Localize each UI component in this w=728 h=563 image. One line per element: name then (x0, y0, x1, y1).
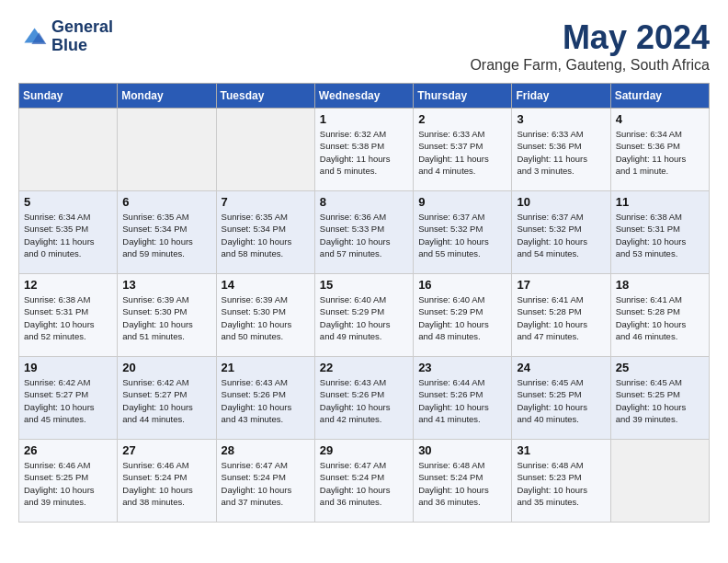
calendar-cell: 13Sunrise: 6:39 AM Sunset: 5:30 PM Dayli… (118, 274, 216, 357)
day-info: Sunrise: 6:33 AM Sunset: 5:37 PM Dayligh… (418, 128, 506, 177)
calendar-cell: 22Sunrise: 6:43 AM Sunset: 5:26 PM Dayli… (314, 357, 413, 440)
day-info: Sunrise: 6:48 AM Sunset: 5:23 PM Dayligh… (517, 459, 605, 508)
calendar-cell: 25Sunrise: 6:45 AM Sunset: 5:25 PM Dayli… (610, 357, 709, 440)
day-number: 26 (24, 443, 112, 457)
day-of-week-header: Wednesday (314, 84, 413, 109)
calendar-cell (610, 440, 709, 523)
day-of-week-header: Sunday (19, 84, 118, 109)
calendar-cell: 29Sunrise: 6:47 AM Sunset: 5:24 PM Dayli… (314, 440, 413, 523)
day-number: 19 (24, 361, 112, 374)
calendar-header-row: SundayMondayTuesdayWednesdayThursdayFrid… (19, 84, 710, 109)
calendar-cell: 5Sunrise: 6:34 AM Sunset: 5:35 PM Daylig… (19, 191, 118, 274)
location-title: Orange Farm, Gauteng, South Africa (470, 57, 710, 74)
day-info: Sunrise: 6:42 AM Sunset: 5:27 PM Dayligh… (24, 376, 112, 425)
calendar-cell: 28Sunrise: 6:47 AM Sunset: 5:24 PM Dayli… (216, 440, 314, 523)
calendar-cell: 6Sunrise: 6:35 AM Sunset: 5:34 PM Daylig… (118, 191, 216, 274)
day-info: Sunrise: 6:39 AM Sunset: 5:30 PM Dayligh… (222, 293, 310, 342)
day-info: Sunrise: 6:42 AM Sunset: 5:27 PM Dayligh… (122, 376, 210, 425)
page-header: General Blue May 2024 Orange Farm, Gaute… (18, 18, 710, 74)
calendar-cell (19, 109, 118, 191)
day-info: Sunrise: 6:46 AM Sunset: 5:25 PM Dayligh… (24, 459, 112, 508)
calendar-cell: 9Sunrise: 6:37 AM Sunset: 5:32 PM Daylig… (414, 191, 512, 274)
day-info: Sunrise: 6:38 AM Sunset: 5:31 PM Dayligh… (616, 211, 704, 259)
day-number: 17 (517, 278, 605, 292)
day-number: 4 (616, 112, 704, 126)
calendar-cell: 12Sunrise: 6:38 AM Sunset: 5:31 PM Dayli… (19, 274, 118, 357)
calendar-cell: 3Sunrise: 6:33 AM Sunset: 5:36 PM Daylig… (512, 109, 610, 191)
day-info: Sunrise: 6:35 AM Sunset: 5:34 PM Dayligh… (122, 211, 210, 259)
day-info: Sunrise: 6:47 AM Sunset: 5:24 PM Dayligh… (320, 459, 408, 508)
day-number: 5 (24, 195, 112, 209)
month-title: May 2024 (470, 18, 710, 57)
day-info: Sunrise: 6:48 AM Sunset: 5:24 PM Dayligh… (418, 459, 506, 508)
calendar-cell: 27Sunrise: 6:46 AM Sunset: 5:24 PM Dayli… (118, 440, 216, 523)
calendar-cell: 23Sunrise: 6:44 AM Sunset: 5:26 PM Dayli… (414, 357, 512, 440)
day-info: Sunrise: 6:37 AM Sunset: 5:32 PM Dayligh… (517, 211, 605, 259)
day-number: 2 (418, 112, 506, 126)
day-info: Sunrise: 6:40 AM Sunset: 5:29 PM Dayligh… (418, 293, 506, 342)
calendar-cell: 21Sunrise: 6:43 AM Sunset: 5:26 PM Dayli… (216, 357, 314, 440)
logo: General Blue (18, 18, 113, 55)
calendar-cell: 15Sunrise: 6:40 AM Sunset: 5:29 PM Dayli… (314, 274, 413, 357)
day-of-week-header: Saturday (610, 84, 709, 109)
logo-text: General Blue (51, 18, 113, 55)
calendar-cell: 24Sunrise: 6:45 AM Sunset: 5:25 PM Dayli… (512, 357, 610, 440)
calendar-cell: 2Sunrise: 6:33 AM Sunset: 5:37 PM Daylig… (414, 109, 512, 191)
calendar-week-row: 26Sunrise: 6:46 AM Sunset: 5:25 PM Dayli… (19, 440, 710, 523)
day-number: 18 (616, 278, 704, 292)
calendar-cell: 8Sunrise: 6:36 AM Sunset: 5:33 PM Daylig… (314, 191, 413, 274)
day-number: 8 (320, 195, 408, 209)
day-number: 20 (122, 361, 210, 374)
day-info: Sunrise: 6:37 AM Sunset: 5:32 PM Dayligh… (418, 211, 506, 259)
day-of-week-header: Monday (118, 84, 216, 109)
day-number: 30 (418, 443, 506, 457)
calendar-body: 1Sunrise: 6:32 AM Sunset: 5:38 PM Daylig… (19, 109, 710, 523)
title-block: May 2024 Orange Farm, Gauteng, South Afr… (470, 18, 710, 74)
day-number: 25 (616, 361, 704, 374)
calendar-cell (216, 109, 314, 191)
calendar-week-row: 5Sunrise: 6:34 AM Sunset: 5:35 PM Daylig… (19, 191, 710, 274)
calendar-table: SundayMondayTuesdayWednesdayThursdayFrid… (18, 83, 710, 523)
day-info: Sunrise: 6:47 AM Sunset: 5:24 PM Dayligh… (222, 459, 310, 508)
day-number: 22 (320, 361, 408, 374)
day-number: 1 (320, 112, 408, 126)
day-info: Sunrise: 6:36 AM Sunset: 5:33 PM Dayligh… (320, 211, 408, 259)
day-info: Sunrise: 6:46 AM Sunset: 5:24 PM Dayligh… (122, 459, 210, 508)
calendar-cell: 10Sunrise: 6:37 AM Sunset: 5:32 PM Dayli… (512, 191, 610, 274)
day-number: 11 (616, 195, 704, 209)
day-of-week-header: Tuesday (216, 84, 314, 109)
day-info: Sunrise: 6:40 AM Sunset: 5:29 PM Dayligh… (320, 293, 408, 342)
day-info: Sunrise: 6:41 AM Sunset: 5:28 PM Dayligh… (517, 293, 605, 342)
day-info: Sunrise: 6:43 AM Sunset: 5:26 PM Dayligh… (320, 376, 408, 425)
day-number: 29 (320, 443, 408, 457)
day-number: 12 (24, 278, 112, 292)
calendar-cell: 11Sunrise: 6:38 AM Sunset: 5:31 PM Dayli… (610, 191, 709, 274)
calendar-week-row: 12Sunrise: 6:38 AM Sunset: 5:31 PM Dayli… (19, 274, 710, 357)
day-info: Sunrise: 6:38 AM Sunset: 5:31 PM Dayligh… (24, 293, 112, 342)
day-number: 21 (222, 361, 310, 374)
day-number: 7 (222, 195, 310, 209)
calendar-cell: 26Sunrise: 6:46 AM Sunset: 5:25 PM Dayli… (19, 440, 118, 523)
day-info: Sunrise: 6:44 AM Sunset: 5:26 PM Dayligh… (418, 376, 506, 425)
calendar-cell: 18Sunrise: 6:41 AM Sunset: 5:28 PM Dayli… (610, 274, 709, 357)
day-number: 31 (517, 443, 605, 457)
day-number: 6 (122, 195, 210, 209)
calendar-cell: 17Sunrise: 6:41 AM Sunset: 5:28 PM Dayli… (512, 274, 610, 357)
day-number: 13 (122, 278, 210, 292)
logo-icon (18, 22, 48, 52)
day-number: 14 (222, 278, 310, 292)
day-info: Sunrise: 6:34 AM Sunset: 5:35 PM Dayligh… (24, 211, 112, 259)
day-number: 16 (418, 278, 506, 292)
day-number: 3 (517, 112, 605, 126)
calendar-cell: 31Sunrise: 6:48 AM Sunset: 5:23 PM Dayli… (512, 440, 610, 523)
calendar-cell: 7Sunrise: 6:35 AM Sunset: 5:34 PM Daylig… (216, 191, 314, 274)
day-info: Sunrise: 6:35 AM Sunset: 5:34 PM Dayligh… (222, 211, 310, 259)
calendar-week-row: 1Sunrise: 6:32 AM Sunset: 5:38 PM Daylig… (19, 109, 710, 191)
day-number: 24 (517, 361, 605, 374)
day-number: 10 (517, 195, 605, 209)
day-info: Sunrise: 6:34 AM Sunset: 5:36 PM Dayligh… (616, 128, 704, 177)
day-number: 28 (222, 443, 310, 457)
day-number: 23 (418, 361, 506, 374)
day-info: Sunrise: 6:45 AM Sunset: 5:25 PM Dayligh… (517, 376, 605, 425)
day-number: 27 (122, 443, 210, 457)
